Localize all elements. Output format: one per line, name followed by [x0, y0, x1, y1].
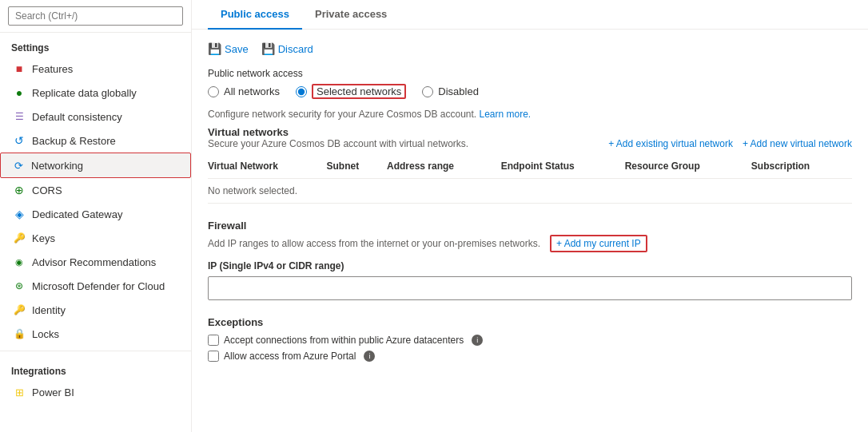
sidebar-item-replicate[interactable]: ● Replicate data globally [0, 81, 191, 105]
sidebar-item-powerbi[interactable]: ⊞ Power BI [0, 380, 191, 404]
checkbox-azure-dc-label: Accept connections from within public Az… [224, 335, 464, 346]
add-ip-button[interactable]: + Add my current IP [550, 235, 647, 252]
sidebar-item-cors[interactable]: ⊕ CORS [0, 178, 191, 202]
sidebar-label-consistency: Default consistency [32, 111, 122, 123]
sidebar-label-powerbi: Power BI [32, 386, 74, 398]
add-new-vnet-link[interactable]: + Add new virtual network [743, 138, 852, 149]
sidebar-item-consistency[interactable]: ☰ Default consistency [0, 105, 191, 129]
sidebar-label-locks: Locks [32, 328, 59, 340]
save-icon: 💾 [208, 42, 221, 55]
tab-public-access[interactable]: Public access [208, 0, 302, 30]
discard-button[interactable]: 💾 Discard [261, 42, 313, 55]
integrations-section-label: Integrations [0, 356, 191, 380]
checkbox-azure-dc[interactable]: Accept connections from within public Az… [208, 335, 852, 346]
sidebar-item-backup[interactable]: ↺ Backup & Restore [0, 129, 191, 153]
radio-group: All networks Selected networks Disabled [208, 84, 852, 99]
no-network-text: No network selected. [208, 179, 852, 204]
sidebar-item-defender[interactable]: ⊛ Microsoft Defender for Cloud [0, 274, 191, 298]
keys-icon: 🔑 [13, 232, 26, 244]
checkbox-azure-portal-label: Allow access from Azure Portal [224, 351, 356, 362]
sidebar-label-advisor: Advisor Recommendations [32, 256, 156, 268]
table-row-empty: No network selected. [208, 179, 852, 204]
networking-icon: ⟳ [12, 159, 25, 172]
col-endpoint-status: Endpoint Status [501, 157, 625, 179]
sidebar-item-advisor[interactable]: ◉ Advisor Recommendations [0, 250, 191, 274]
sidebar-item-locks[interactable]: 🔒 Locks [0, 322, 191, 346]
configure-text: Configure network security for your Azur… [208, 109, 476, 120]
advisor-icon: ◉ [13, 256, 26, 268]
sidebar-item-features[interactable]: ■ Features [0, 57, 191, 81]
sidebar-label-networking: Networking [31, 160, 83, 172]
vnet-links: + Add existing virtual network + Add new… [608, 138, 852, 149]
sidebar-label-defender: Microsoft Defender for Cloud [32, 280, 165, 292]
sidebar: Settings ■ Features ● Replicate data glo… [0, 0, 192, 432]
col-virtual-network: Virtual Network [208, 157, 327, 179]
identity-icon: 🔑 [13, 303, 26, 316]
col-address-range: Address range [387, 157, 501, 179]
sidebar-label-replicate: Replicate data globally [32, 87, 137, 99]
exceptions-section: Exceptions Accept connections from withi… [208, 316, 852, 362]
radio-disabled[interactable]: Disabled [422, 85, 479, 97]
info-icon-azure-dc[interactable]: i [472, 335, 483, 346]
consistency-icon: ☰ [13, 110, 26, 123]
virtual-networks-section: Virtual networks Secure your Azure Cosmo… [208, 126, 852, 204]
sidebar-section-settings: Settings ■ Features ● Replicate data glo… [0, 33, 191, 346]
toolbar: 💾 Save 💾 Discard [208, 42, 852, 55]
sidebar-label-backup: Backup & Restore [32, 135, 116, 147]
radio-all-networks-input[interactable] [208, 86, 219, 97]
firewall-title: Firewall [208, 220, 246, 232]
radio-disabled-input[interactable] [422, 86, 433, 97]
firewall-desc: Add IP ranges to allow access from the i… [208, 238, 540, 249]
replicate-icon: ● [13, 86, 26, 99]
defender-icon: ⊛ [13, 279, 26, 292]
tabs-bar: Public access Private access [192, 0, 868, 30]
radio-disabled-label: Disabled [438, 85, 479, 97]
sidebar-label-cors: CORS [32, 184, 62, 196]
col-resource-group: Resource Group [625, 157, 751, 179]
sidebar-section-integrations: Integrations ⊞ Power BI [0, 356, 191, 404]
settings-section-label: Settings [0, 33, 191, 57]
save-button[interactable]: 💾 Save [208, 42, 249, 55]
ip-field-label: IP (Single IPv4 or CIDR range) [208, 260, 852, 271]
main-content: Public access Private access 💾 Save 💾 Di… [192, 0, 868, 432]
sidebar-label-features: Features [32, 63, 73, 75]
backup-icon: ↺ [13, 134, 26, 147]
features-icon: ■ [13, 62, 26, 75]
radio-selected-networks[interactable]: Selected networks [296, 84, 406, 99]
public-network-access-section: Public network access All networks Selec… [208, 68, 852, 120]
col-subnet: Subnet [327, 157, 387, 179]
sidebar-item-identity[interactable]: 🔑 Identity [0, 298, 191, 322]
sidebar-label-gateway: Dedicated Gateway [32, 208, 122, 220]
col-subscription: Subscription [751, 157, 852, 179]
save-label: Save [225, 43, 249, 55]
configure-desc: Configure network security for your Azur… [208, 109, 852, 120]
add-existing-vnet-link[interactable]: + Add existing virtual network [608, 138, 733, 149]
locks-icon: 🔒 [13, 327, 26, 340]
exceptions-title: Exceptions [208, 316, 852, 328]
search-bar[interactable] [0, 0, 191, 33]
radio-selected-networks-input[interactable] [296, 86, 307, 97]
checkbox-azure-dc-input[interactable] [208, 335, 219, 346]
radio-all-label: All networks [224, 85, 280, 97]
powerbi-icon: ⊞ [13, 386, 26, 398]
sidebar-item-keys[interactable]: 🔑 Keys [0, 226, 191, 250]
radio-selected-label: Selected networks [312, 84, 406, 99]
ip-input[interactable] [208, 276, 852, 300]
discard-label: Discard [278, 43, 313, 55]
info-icon-azure-portal[interactable]: i [364, 351, 375, 362]
sidebar-item-gateway[interactable]: ◈ Dedicated Gateway [0, 202, 191, 226]
learn-more-link[interactable]: Learn more. [479, 109, 531, 120]
sidebar-item-networking[interactable]: ⟳ Networking [0, 153, 191, 178]
tab-private-access[interactable]: Private access [302, 0, 400, 30]
radio-all-networks[interactable]: All networks [208, 85, 280, 97]
vnet-desc-text: Secure your Azure Cosmos DB account with… [208, 138, 468, 149]
search-input[interactable] [8, 6, 183, 26]
firewall-header: Firewall [208, 220, 852, 232]
vnet-title: Virtual networks [208, 126, 852, 138]
checkbox-azure-portal-input[interactable] [208, 351, 219, 362]
cors-icon: ⊕ [13, 184, 26, 196]
discard-icon: 💾 [261, 42, 275, 55]
vnet-table: Virtual Network Subnet Address range End… [208, 157, 852, 204]
checkbox-azure-portal[interactable]: Allow access from Azure Portal i [208, 351, 852, 362]
pna-label: Public network access [208, 68, 852, 79]
